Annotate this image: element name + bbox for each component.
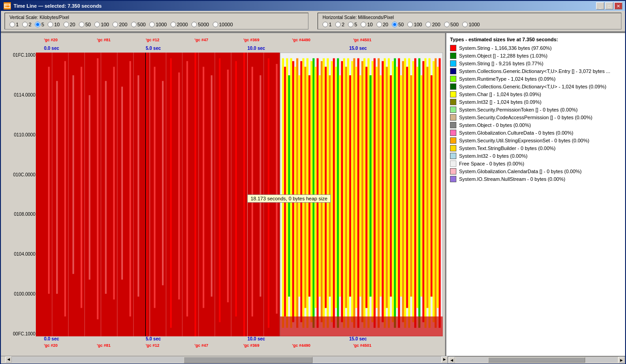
svg-rect-44 <box>251 67 253 316</box>
minimize-button[interactable]: _ <box>596 2 604 10</box>
legend-scroll-left[interactable]: ◄ <box>449 357 455 363</box>
legend-color-0 <box>450 45 456 51</box>
legend-color-2 <box>450 60 456 67</box>
svg-rect-41 <box>227 70 229 302</box>
svg-rect-77 <box>339 75 341 296</box>
legend-title: Types - estimated sizes live at 7.350 se… <box>450 37 621 42</box>
scroll-thumb[interactable] <box>184 357 313 363</box>
vscale-5000[interactable]: 5000 <box>191 22 209 27</box>
vscale-20[interactable]: 20 <box>64 22 75 27</box>
time-axis-top: 0.0 sec 5.0 sec 10.0 sec 15.0 sec <box>36 46 443 53</box>
svg-rect-34 <box>170 58 172 328</box>
vscale-100[interactable]: 100 <box>94 22 109 27</box>
vscale-5[interactable]: 5 <box>35 22 44 27</box>
svg-rect-126 <box>439 58 440 328</box>
svg-rect-70 <box>325 67 327 308</box>
chart-area[interactable]: 01FC.1000 0114.0000 0110.0000 010C.0000 … <box>1 33 446 356</box>
legend-color-7 <box>450 99 456 105</box>
svg-rect-88 <box>362 61 363 322</box>
chart-scrollbar[interactable]: ◄ ► <box>1 356 448 364</box>
hscale-10[interactable]: 10 <box>361 22 372 27</box>
legend-item-7: System.Int32 [] - 1,024 bytes (0.09%) <box>450 99 621 105</box>
legend-text-17: System.IO.Stream.NullStream - 0 bytes (0… <box>459 176 565 182</box>
svg-rect-76 <box>337 58 339 328</box>
legend-scroll-right[interactable]: ► <box>618 357 625 363</box>
svg-rect-36 <box>186 61 188 316</box>
maximize-button[interactable]: □ <box>605 2 613 10</box>
title-bar-left: Time Line — selected: 7.350 seconds <box>4 2 102 10</box>
scroll-left-button[interactable]: ◄ <box>5 356 12 363</box>
hscale-1000[interactable]: 1000 <box>462 22 479 27</box>
svg-rect-73 <box>331 61 333 322</box>
svg-rect-103 <box>392 61 394 322</box>
svg-rect-45 <box>259 75 261 296</box>
vscale-10000[interactable]: 10000 <box>213 22 233 27</box>
svg-rect-100 <box>386 67 387 308</box>
vscale-50[interactable]: 50 <box>79 22 91 27</box>
legend-scrollbar-area: ◄ ► <box>448 356 625 364</box>
scroll-right-button[interactable]: ► <box>441 356 448 363</box>
svg-rect-96 <box>377 58 379 328</box>
vscale-1[interactable]: 1 <box>10 22 19 27</box>
gc-markers-bottom: 'gc #20 'gc #81 'gc #12 'gc #47 'gc #369… <box>36 343 443 351</box>
hscale-200[interactable]: 200 <box>425 22 440 27</box>
svg-rect-101 <box>388 58 390 328</box>
svg-rect-105 <box>396 67 398 308</box>
legend-item-10: System.Object - 0 bytes (0.00%) <box>450 122 621 128</box>
svg-rect-71 <box>327 58 328 328</box>
vscale-200[interactable]: 200 <box>112 22 127 27</box>
legend-panel: Types - estimated sizes live at 7.350 se… <box>446 33 625 356</box>
svg-rect-123 <box>433 61 435 322</box>
hscale-1[interactable]: 1 <box>323 22 332 27</box>
svg-rect-110 <box>406 67 408 308</box>
gc-markers-top: 'gc #20 'gc #81 'gc #12 'gc #47 'gc #369… <box>36 38 443 46</box>
legend-color-4 <box>450 76 456 82</box>
legend-color-8 <box>450 107 456 113</box>
vscale-10[interactable]: 10 <box>48 22 59 27</box>
svg-rect-66 <box>317 58 318 328</box>
vscale-1000[interactable]: 1000 <box>149 22 166 27</box>
legend-item-15: Free Space - 0 bytes (0.00%) <box>450 160 621 167</box>
svg-rect-33 <box>162 81 164 286</box>
horizontal-scale-radios: 1 2 5 10 20 50 100 200 500 1000 <box>323 22 616 27</box>
chart-plot[interactable]: 'gc #20 'gc #81 'gc #12 'gc #47 'gc #369… <box>36 38 443 351</box>
hscale-100[interactable]: 100 <box>407 22 422 27</box>
vscale-500[interactable]: 500 <box>131 22 146 27</box>
vscale-2[interactable]: 2 <box>22 22 31 27</box>
svg-rect-50 <box>284 67 286 316</box>
legend-color-10 <box>450 122 456 128</box>
legend-text-1: System.Object [] - 12,288 bytes (1.03%) <box>459 53 548 58</box>
svg-rect-97 <box>380 75 381 296</box>
svg-rect-118 <box>422 61 424 322</box>
bottom-scrollbar-area[interactable]: ◄ ► ◄ ► <box>1 356 625 363</box>
tooltip-box: 18.173 seconds, 0 bytes heap size <box>247 194 330 203</box>
legend-color-6 <box>450 91 456 97</box>
hscale-500[interactable]: 500 <box>444 22 459 27</box>
legend-color-1 <box>450 53 456 59</box>
hscale-2[interactable]: 2 <box>335 22 344 27</box>
legend-color-17 <box>450 176 456 182</box>
hscale-5[interactable]: 5 <box>348 22 357 27</box>
legend-item-9: System.Security.CodeAccessPermission [] … <box>450 114 621 121</box>
legend-color-11 <box>450 130 456 136</box>
svg-rect-42 <box>235 61 237 316</box>
svg-rect-115 <box>416 67 418 308</box>
legend-item-1: System.Object [] - 12,288 bytes (1.03%) <box>450 53 621 59</box>
svg-rect-108 <box>402 61 404 322</box>
hscale-20[interactable]: 20 <box>377 22 388 27</box>
scale-panel: Vertical Scale: Kilobytes/Pixel 1 2 5 10… <box>1 11 625 32</box>
y-label-7: 0100.0000 <box>3 291 35 296</box>
legend-scroll-thumb[interactable] <box>488 357 585 363</box>
svg-rect-68 <box>321 61 323 322</box>
title-buttons: _ □ ✕ <box>596 2 622 10</box>
svg-rect-113 <box>412 61 414 322</box>
legend-text-14: System.Int32 - 0 bytes (0.00%) <box>459 153 528 159</box>
hscale-50[interactable]: 50 <box>392 22 404 27</box>
heatmap-canvas[interactable]: 18.173 seconds, 0 bytes heap size <box>36 53 443 336</box>
close-button[interactable]: ✕ <box>614 2 622 10</box>
svg-rect-124 <box>435 58 436 328</box>
vscale-2000[interactable]: 2000 <box>171 22 188 27</box>
legend-color-15 <box>450 160 456 167</box>
legend-item-5: System.Collections.Generic.Dictionary<T,… <box>450 83 621 90</box>
svg-rect-99 <box>384 58 386 328</box>
